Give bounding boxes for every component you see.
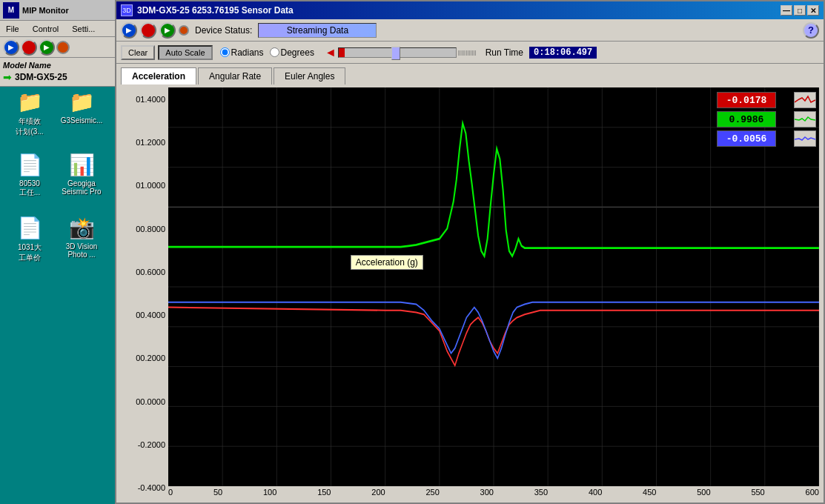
legend-y-value: 0.9986 (717, 111, 776, 127)
chart-legend: -0.0178 X 0.9986 Y -0.0056 Z (717, 92, 816, 147)
chart-area[interactable]: Acceleration (g) (168, 87, 819, 486)
x-label-1: 50 (213, 488, 222, 500)
x-label-4: 200 (371, 488, 385, 500)
x-axis: 0 50 100 150 200 250 300 350 400 450 500… (168, 486, 819, 500)
legend-x-icon (794, 92, 816, 108)
legend-x: -0.0178 X (717, 92, 816, 108)
x-label-9: 450 (643, 488, 656, 500)
model-value-row: ➡ 3DM-GX5-25 (3, 71, 112, 83)
icon-label-4: GeogigaSeismic Pro (62, 179, 101, 196)
legend-z-icon (794, 130, 816, 147)
window-title-left: 3D 3DM-GX5-25 6253.76195 Sensor Data (121, 4, 294, 16)
play-button[interactable]: ▶ (121, 22, 137, 39)
menu-control[interactable]: Control (30, 23, 62, 35)
menu-file[interactable]: File (3, 23, 22, 35)
y-label-1: 01.2000 (136, 138, 165, 147)
model-name-label: Model Name (3, 61, 112, 70)
maximize-button[interactable]: □ (794, 5, 806, 16)
close-button[interactable]: ✕ (807, 5, 819, 16)
legend-x-label: X (779, 95, 791, 105)
x-label-2: 100 (263, 488, 276, 500)
legend-y: 0.9986 Y (717, 111, 816, 127)
desktop-icon-5[interactable]: 📄 1031大工单价 (4, 213, 56, 263)
model-panel: Model Name ➡ 3DM-GX5-25 (0, 58, 115, 87)
slider-left-arrow[interactable]: ◄ (325, 46, 337, 59)
icon-label-5: 1031大工单价 (18, 242, 42, 263)
device-status-label: Device Status: (195, 25, 252, 36)
tab-angular-rate[interactable]: Angular Rate (198, 67, 272, 84)
app-icon: M (3, 2, 19, 19)
degrees-radio-label[interactable]: Degrees (270, 47, 314, 58)
tab-acceleration[interactable]: Acceleration (121, 67, 196, 85)
x-label-3: 150 (317, 488, 331, 500)
degrees-label: Degrees (281, 47, 314, 58)
menu-settings[interactable]: Setti... (69, 23, 98, 35)
icon-label-3: 80530工任... (19, 179, 40, 198)
x-label-7: 350 (534, 488, 548, 500)
stop-button[interactable] (140, 22, 156, 39)
slider-container: ◄ |||||||||||| (325, 46, 477, 59)
left-btn-2[interactable] (21, 39, 37, 56)
x-label-12: 600 (806, 488, 819, 500)
scale-toolbar: Clear Auto Scale Radians Degrees ◄ |||||… (116, 42, 824, 64)
tab-euler-angles[interactable]: Euler Angles (274, 67, 345, 84)
runtime-label: Run Time (486, 47, 523, 58)
app-icon-4: 📊 (67, 150, 96, 179)
radians-radio-label[interactable]: Radians (220, 47, 264, 58)
chart-svg (168, 87, 819, 486)
legend-y-label: Y (779, 114, 791, 125)
desktop-icon-6[interactable]: 📸 3D VisionPhoto ... (56, 213, 107, 259)
icon-label-1: 年绩效计划(3... (16, 116, 43, 137)
chart-wrapper: Acceleration (g) 0 50 100 150 200 250 30… (168, 87, 819, 500)
x-label-6: 300 (480, 488, 494, 500)
folder-icon-2: 📁 (67, 87, 96, 116)
y-label-6: 00.2000 (136, 354, 165, 362)
y-label-0: 01.4000 (136, 95, 165, 104)
record-button[interactable] (179, 25, 189, 36)
y-axis: 01.4000 01.2000 01.0000 00.8000 00.6000 … (116, 87, 168, 500)
resume-button[interactable]: ▶ (159, 22, 176, 39)
y-label-7: 00.0000 (136, 397, 165, 406)
runtime-value: 0:18:06.497 (529, 47, 597, 59)
auto-scale-button[interactable]: Auto Scale (158, 45, 212, 60)
x-label-0: 0 (168, 488, 173, 500)
left-btn-4[interactable] (56, 41, 70, 54)
slider-thumb[interactable] (391, 47, 400, 60)
radians-radio[interactable] (220, 47, 230, 57)
streaming-status: Streaming Data (258, 23, 377, 38)
photo-icon-6: 📸 (67, 213, 96, 242)
desktop-icon-1[interactable]: 📁 年绩效计划(3... (4, 87, 56, 137)
legend-z: -0.0056 Z (717, 130, 816, 147)
x-label-11: 550 (751, 488, 764, 500)
degrees-radio[interactable] (270, 47, 279, 57)
window-title: 3DM-GX5-25 6253.76195 Sensor Data (137, 5, 294, 16)
desktop-icon-3[interactable]: 📄 80530工任... (4, 150, 56, 198)
desktop-icon-4[interactable]: 📊 GeogigaSeismic Pro (56, 150, 107, 196)
y-label-9: -0.4000 (138, 483, 165, 492)
legend-x-value: -0.0178 (717, 92, 776, 108)
minimize-button[interactable]: — (781, 5, 792, 16)
legend-y-icon (794, 111, 816, 127)
clear-button[interactable]: Clear (121, 45, 155, 60)
desktop-icon-2[interactable]: 📁 G3Seismic... (56, 87, 107, 125)
left-toolbar: ▶ ▶ (0, 37, 115, 58)
left-btn-3[interactable]: ▶ (39, 39, 55, 56)
slider-tick-marks: |||||||||||| (458, 49, 477, 56)
left-btn-1[interactable]: ▶ (3, 39, 19, 56)
legend-z-value: -0.0056 (717, 130, 776, 147)
folder-icon-1: 📁 (15, 87, 44, 116)
model-arrow-icon: ➡ (3, 71, 12, 83)
icon-label-2: G3Seismic... (61, 116, 103, 125)
desktop-panel: M MIP Monitor File Control Setti... ▶ ▶ … (0, 0, 115, 504)
help-button[interactable]: ? (803, 22, 819, 39)
app-window: 3D 3DM-GX5-25 6253.76195 Sensor Data — □… (115, 0, 825, 504)
y-label-4: 00.6000 (136, 268, 165, 276)
file-icon-5: 📄 (15, 213, 44, 242)
y-label-5: 00.4000 (136, 311, 165, 319)
unit-radio-group: Radians Degrees (220, 47, 314, 58)
window-app-icon: 3D (121, 4, 133, 16)
desktop-icons: 📁 年绩效计划(3... 📁 G3Seismic... 📄 80530工任...… (0, 87, 115, 504)
main-toolbar: ▶ ▶ Device Status: Streaming Data ? (116, 19, 824, 42)
slider-track[interactable] (338, 47, 457, 58)
y-label-8: -0.2000 (138, 440, 165, 449)
